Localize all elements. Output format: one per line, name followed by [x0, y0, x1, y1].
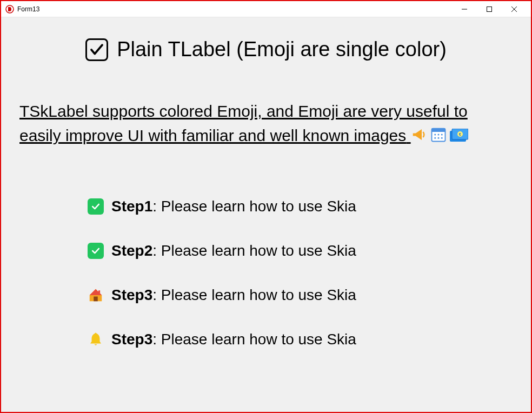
step-bold: Step3: [111, 331, 152, 348]
step-text: : Please learn how to use Skia: [152, 331, 356, 348]
step-text: : Please learn how to use Skia: [152, 287, 356, 303]
step-row-1: Step1: Please learn how to use Skia: [88, 198, 515, 215]
bell-icon: [88, 331, 104, 348]
step-label: Step1: Please learn how to use Skia: [111, 198, 356, 215]
step-bold: Step1: [111, 198, 152, 215]
step-text: : Please learn how to use Skia: [152, 198, 356, 215]
svg-rect-2: [487, 6, 492, 11]
check-green-icon: [88, 198, 104, 215]
step-label: Step2: Please learn how to use Skia: [111, 242, 356, 259]
money-icon: €: [450, 125, 468, 149]
close-button[interactable]: [502, 1, 527, 17]
step-row-3: Step3: Please learn how to use Skia: [88, 287, 515, 304]
step-text: : Please learn how to use Skia: [152, 242, 356, 259]
minimize-button[interactable]: [452, 1, 477, 17]
step-label: Step3: Please learn how to use Skia: [111, 331, 356, 348]
heading-row: Plain TLabel (Emoji are single color): [17, 38, 515, 61]
titlebar: Form13: [1, 1, 531, 17]
heading-text: Plain TLabel (Emoji are single color): [117, 38, 447, 61]
svg-rect-18: [98, 290, 100, 294]
window-title: Form13: [17, 5, 452, 13]
step-row-2: Step2: Please learn how to use Skia: [88, 242, 515, 259]
app-window: Form13 Plain TLabel (Emoji are single co…: [0, 0, 532, 413]
svg-text:€: €: [459, 132, 461, 136]
maximize-button[interactable]: [477, 1, 502, 17]
content-area: Plain TLabel (Emoji are single color) TS…: [1, 17, 531, 412]
svg-point-9: [441, 134, 442, 135]
step-row-4: Step3: Please learn how to use Skia: [88, 331, 515, 348]
subtitle-emoji-group: €: [411, 125, 468, 149]
step-bold: Step2: [111, 242, 152, 259]
house-icon: [88, 287, 104, 303]
checkbox-outline-icon: [85, 38, 108, 61]
svg-point-12: [441, 137, 442, 138]
svg-rect-17: [94, 296, 98, 301]
step-bold: Step3: [111, 287, 152, 303]
megaphone-icon: [411, 125, 427, 149]
svg-point-7: [434, 134, 436, 135]
calendar-icon: [430, 125, 447, 149]
steps-list: Step1: Please learn how to use Skia Step…: [17, 198, 515, 348]
app-icon: [5, 5, 14, 14]
step-label: Step3: Please learn how to use Skia: [111, 287, 356, 304]
subtitle-label: TSkLabel supports colored Emoji, and Emo…: [17, 99, 515, 149]
svg-point-10: [434, 137, 436, 138]
check-green-icon: [88, 243, 104, 259]
subtitle-text: TSkLabel supports colored Emoji, and Emo…: [19, 102, 468, 144]
window-controls: [452, 1, 527, 17]
svg-point-11: [437, 137, 439, 138]
svg-point-8: [437, 134, 439, 135]
svg-rect-6: [431, 128, 445, 131]
